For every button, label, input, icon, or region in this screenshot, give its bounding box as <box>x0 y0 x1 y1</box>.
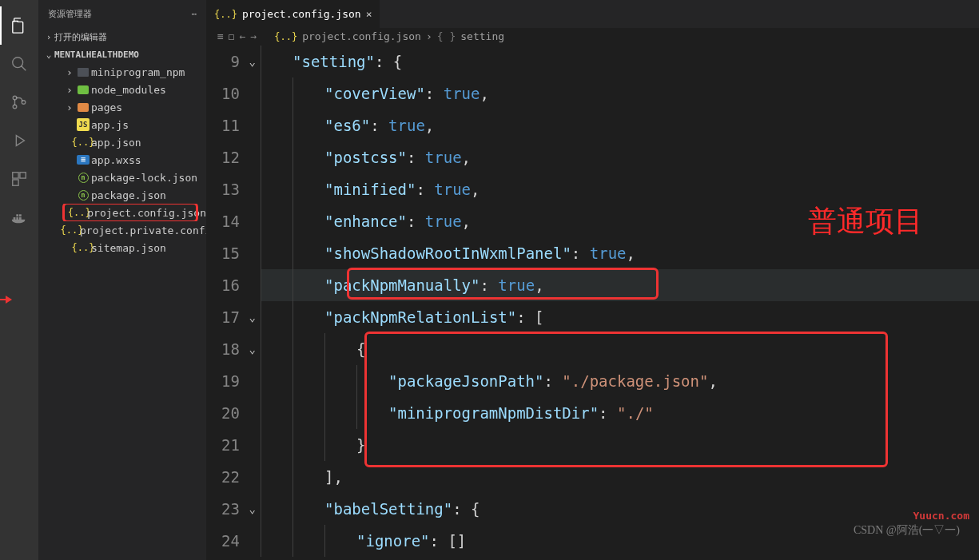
debug-icon[interactable] <box>0 121 38 160</box>
more-icon[interactable]: ⋯ <box>191 9 197 19</box>
line-gutter: 9⌄1011121314151617⌄18⌄1920212223⌄24 <box>206 46 261 560</box>
tab-bar: {..} project.config.json × <box>206 0 979 28</box>
watermark-csdn: CSDN @阿浩(一▽一) <box>854 523 960 538</box>
arrow-annotation <box>0 299 11 300</box>
file-pages[interactable]: ›pages <box>38 98 206 116</box>
annotation-text: 普通项目 <box>808 205 923 237</box>
file-app-wxss[interactable]: ☰app.wxss <box>38 151 206 169</box>
code-body[interactable]: "setting": {"coverView": true,"es6": tru… <box>261 46 979 560</box>
file-sitemap-json[interactable]: {..}sitemap.json <box>38 239 206 256</box>
arrow-right-icon[interactable]: → <box>250 30 257 42</box>
extensions-icon[interactable] <box>0 160 38 198</box>
file-package-json[interactable]: npackage.json <box>38 186 206 204</box>
json-icon: {..} <box>214 9 237 20</box>
tab-label: project.config.json <box>242 8 361 20</box>
search-icon[interactable] <box>0 45 38 83</box>
svg-rect-6 <box>13 180 18 185</box>
file-node_modules[interactable]: ›node_modules <box>38 81 206 98</box>
source-control-icon[interactable] <box>0 83 38 121</box>
breadcrumb-symbol[interactable]: setting <box>460 30 504 42</box>
workspace-section[interactable]: ⌄ MENTALHEALTHDEMO <box>38 46 206 63</box>
file-package-lock-json[interactable]: npackage-lock.json <box>38 169 206 186</box>
bookmark-icon[interactable]: ◻ <box>229 30 235 42</box>
chevron-right-icon: › <box>426 30 432 42</box>
docker-icon[interactable] <box>0 198 38 236</box>
open-editors-section[interactable]: › 打开的编辑器 <box>38 28 206 46</box>
arrow-left-icon[interactable]: ← <box>240 30 246 42</box>
svg-rect-4 <box>13 173 18 178</box>
svg-point-1 <box>13 96 17 100</box>
file-project-config-json[interactable]: {..}project.config.json <box>38 204 206 221</box>
close-icon[interactable]: × <box>366 8 372 20</box>
tab-project-config[interactable]: {..} project.config.json × <box>206 0 380 28</box>
breadcrumb-file[interactable]: project.config.json <box>302 30 421 42</box>
chevron-right-icon: › <box>43 32 54 42</box>
file-app-js[interactable]: JSapp.js <box>38 116 206 133</box>
json-icon: {..} <box>274 31 297 42</box>
file-project-private-config-js-[interactable]: {..}project.private.config.js... <box>38 221 206 239</box>
file-app-json[interactable]: {..}app.json <box>38 133 206 151</box>
sidebar-title: 资源管理器 <box>48 8 92 20</box>
list-icon[interactable]: ≡ <box>217 30 224 42</box>
file-miniprogram_npm[interactable]: ›miniprogram_npm <box>38 63 206 81</box>
breadcrumb[interactable]: ≡ ◻ ← → {..} project.config.json › { } s… <box>206 28 979 46</box>
svg-rect-5 <box>20 173 26 178</box>
svg-point-0 <box>13 58 23 68</box>
activity-bar <box>0 0 38 560</box>
watermark-yuucn: Yuucn.com <box>913 510 969 522</box>
file-tree: ›miniprogram_npm›node_modules›pagesJSapp… <box>38 63 206 560</box>
sidebar: 资源管理器 ⋯ › 打开的编辑器 ⌄ MENTALHEALTHDEMO ›min… <box>38 0 206 560</box>
editor: {..} project.config.json × ≡ ◻ ← → {..} … <box>206 0 979 560</box>
braces-icon: { } <box>437 30 456 42</box>
code-editor[interactable]: 9⌄1011121314151617⌄18⌄1920212223⌄24 "set… <box>206 46 979 560</box>
chevron-down-icon: ⌄ <box>43 50 54 60</box>
svg-point-2 <box>13 105 17 109</box>
explorer-icon[interactable] <box>0 6 38 45</box>
